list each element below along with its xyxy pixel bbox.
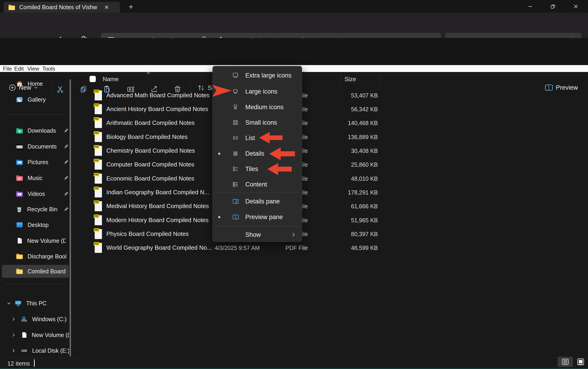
menu-item-extra-large-icons[interactable]: Extra large icons [213, 69, 302, 82]
tab-close-icon[interactable]: ✕ [104, 4, 109, 10]
minimize-button[interactable] [523, 0, 538, 13]
pictures-icon [16, 159, 23, 165]
name-column-header[interactable]: Name [103, 76, 118, 83]
sidebar-item-label: This PC [26, 300, 47, 307]
preview-pane-icon [232, 214, 239, 220]
menu-tools[interactable]: Tools [42, 65, 55, 72]
pdf-file-icon: PDF [94, 174, 102, 184]
annotation-arrow-list [259, 132, 283, 144]
restore-button[interactable] [546, 0, 560, 13]
pdf-file-icon: PDF [94, 187, 102, 197]
sidebar-item-local-disk-e[interactable]: Local Disk (E:) [2, 344, 69, 357]
details-view-icon [232, 151, 238, 157]
chevron-right-icon[interactable] [12, 317, 15, 321]
document-page-icon [17, 237, 22, 244]
sidebar-separator [5, 284, 65, 284]
sidebar-item-home[interactable]: Home [2, 77, 69, 90]
sidebar-item-label: Home [28, 81, 43, 87]
sidebar-item-label: Documents [28, 143, 57, 150]
menu-item-show[interactable]: Show [213, 228, 302, 241]
pdf-file-icon: PDF [94, 201, 102, 211]
pdf-file-icon: PDF [94, 215, 102, 225]
pin-icon [63, 191, 69, 196]
sidebar-item-documents[interactable]: Documents [2, 140, 69, 153]
windows-drive-icon [21, 316, 28, 322]
sidebar-item-label: Recycle Bin [27, 206, 58, 213]
submenu-chevron-icon [292, 232, 295, 237]
sort-ascending-icon [146, 72, 150, 74]
menu-item-preview-pane[interactable]: Preview pane [213, 210, 302, 224]
sidebar-item-this-pc[interactable]: This PC [2, 297, 69, 310]
sidebar-item-gallery[interactable]: Gallery [2, 93, 69, 106]
downloads-icon [16, 128, 23, 133]
music-icon [16, 175, 23, 181]
sidebar-item-downloads[interactable]: Downloads [2, 124, 69, 137]
videos-icon [16, 191, 23, 197]
sidebar-item-label: Windows (C:) [32, 316, 67, 323]
folder-icon [16, 268, 23, 274]
column-divider[interactable] [380, 74, 380, 84]
pin-icon [63, 206, 69, 212]
menu-edit[interactable]: Edit [14, 65, 24, 72]
menu-item-small-icons[interactable]: List Small icons [213, 116, 302, 129]
folder-icon [8, 4, 15, 10]
size-column-header[interactable]: Size [344, 76, 356, 83]
sidebar-scrollbar[interactable] [69, 79, 71, 356]
chevron-down-icon[interactable] [7, 302, 11, 305]
medium-icons-icon [232, 104, 238, 110]
pdf-file-icon: PDF [94, 146, 102, 156]
menu-view[interactable]: View [27, 65, 39, 72]
menu-item-medium-icons[interactable]: Medium icons [213, 101, 302, 114]
sidebar-item-label: New Volume (D [32, 332, 69, 338]
sidebar-item-pictures[interactable]: Pictures [2, 156, 69, 169]
tiles-view-icon [232, 166, 238, 172]
column-divider[interactable] [341, 74, 341, 84]
drive-icon [21, 348, 28, 354]
item-count: 12 items [7, 360, 30, 367]
pdf-file-icon: PDF [94, 229, 102, 239]
document-page-icon [22, 332, 27, 338]
pdf-file-icon: PDF [94, 243, 102, 253]
sidebar-item-new-volume-d[interactable]: New Volume (D:) [2, 234, 69, 247]
sidebar-separator [5, 114, 65, 115]
annotation-arrow-tiles [267, 163, 292, 175]
menu-file[interactable]: File [3, 65, 12, 72]
menu-item-content[interactable]: Content [213, 178, 302, 191]
selected-bullet [218, 153, 220, 155]
sidebar-item-music[interactable]: Music [2, 172, 69, 184]
content-view-icon [232, 181, 238, 187]
sidebar-item-new-volume-d2[interactable]: New Volume (D [2, 328, 69, 341]
sidebar-item-windows-c[interactable]: Windows (C:) [2, 313, 69, 326]
annotation-arrow-details [269, 147, 295, 160]
desktop-icon [16, 222, 23, 228]
sidebar-item-label: Desktop [28, 222, 49, 228]
pin-icon [63, 159, 69, 165]
details-view-toggle[interactable] [558, 357, 573, 367]
thumbnail-view-toggle[interactable] [575, 357, 587, 367]
file-row[interactable]: PDFWorld Geography Board Compiled No...4… [78, 241, 514, 255]
sidebar-item-comiled-board-selected[interactable]: Comiled Board N [2, 265, 69, 278]
home-icon [16, 81, 23, 87]
menu-item-list[interactable]: List [213, 131, 302, 145]
chevron-right-icon[interactable] [12, 348, 15, 353]
select-all-checkbox[interactable] [89, 76, 96, 82]
explorer-tab[interactable]: Comiled Board Notes of Vishw ✕ [4, 2, 120, 13]
sidebar-item-discharge-book[interactable]: Discharge Book [2, 250, 69, 263]
close-button[interactable] [569, 0, 583, 13]
list-header: Name Size [78, 73, 583, 85]
folder-icon [16, 253, 23, 259]
chevron-right-icon[interactable] [12, 333, 15, 337]
text-caret [34, 359, 35, 367]
sidebar-item-desktop[interactable]: Desktop [2, 218, 69, 231]
sidebar-item-recycle-bin[interactable]: Recycle Bin [2, 203, 69, 216]
sidebar-item-videos[interactable]: Videos [2, 187, 69, 200]
pdf-file-icon: PDF [94, 90, 102, 101]
menu-item-details-pane[interactable]: Details pane [213, 195, 302, 208]
pin-icon [63, 128, 69, 133]
sidebar-item-label: Gallery [28, 96, 46, 103]
address-row: ← → ↑ ⟳ › ··· › Railway All PDFs › विश्व… [0, 13, 588, 38]
pin-icon [63, 144, 69, 149]
pin-icon [63, 175, 69, 181]
tab-title: Comiled Board Notes of Vishw [19, 4, 104, 10]
new-tab-button[interactable]: + [129, 2, 133, 11]
